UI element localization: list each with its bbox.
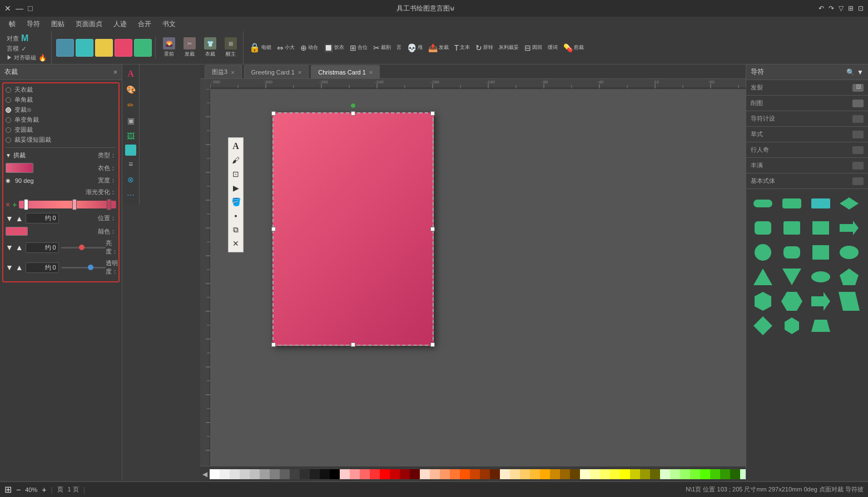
- shape-ellipse[interactable]: [837, 242, 861, 262]
- ft-fill[interactable]: 🖌: [229, 153, 242, 167]
- extra-btn1[interactable]: ▽: [839, 4, 844, 12]
- palette-color-13[interactable]: [340, 469, 350, 479]
- gradient-stop-1[interactable]: [24, 199, 28, 210]
- gradient-bar[interactable]: [19, 201, 116, 208]
- shape-ellipse2[interactable]: [809, 267, 833, 287]
- palette-color-9[interactable]: [300, 469, 310, 479]
- toolbar-text[interactable]: T文本: [452, 42, 473, 53]
- remove-stop-btn[interactable]: ×: [6, 200, 10, 209]
- handle-tc[interactable]: [351, 111, 355, 116]
- transparency-up[interactable]: ▲: [16, 263, 23, 272]
- toolbar-cut[interactable]: ✂裁割: [371, 42, 393, 53]
- palette-color-28[interactable]: [490, 469, 500, 479]
- ft-pointer[interactable]: ▶: [229, 181, 242, 195]
- handle-tl[interactable]: [271, 111, 276, 116]
- palette-color-44[interactable]: [650, 469, 660, 479]
- right-scroll[interactable]: 发裂 🖼 削图 导符计设 草式 行人奇: [746, 80, 868, 480]
- toolbar-history[interactable]: ⊟因回: [522, 42, 544, 53]
- section-basic-title[interactable]: 基本式体: [748, 176, 866, 186]
- toolbar-btn-facai[interactable]: ✂ 发裁: [180, 36, 200, 59]
- toolbar-size[interactable]: ⇔小大: [275, 42, 297, 53]
- side-tool-paint[interactable]: 🎨: [123, 82, 138, 97]
- shape-square-outline[interactable]: [809, 218, 833, 238]
- transparency-down[interactable]: ▼: [6, 263, 13, 272]
- palette-color-50[interactable]: [710, 469, 720, 479]
- shape-arrow-shape[interactable]: [809, 291, 833, 311]
- brightness-thumb[interactable]: [79, 245, 85, 250]
- angle-dropdown[interactable]: ◉ 90 deg: [6, 177, 36, 185]
- palette-color-14[interactable]: [350, 469, 360, 479]
- shape-hexagon[interactable]: [751, 291, 775, 311]
- palette-color-22[interactable]: [430, 469, 440, 479]
- ft-copy[interactable]: ⧉: [229, 223, 242, 236]
- toolbar-slow[interactable]: 缓词: [545, 43, 560, 52]
- ft-text[interactable]: A: [229, 140, 242, 153]
- undo-btn[interactable]: ↶: [819, 4, 824, 12]
- palette-color-35[interactable]: [560, 469, 570, 479]
- palette-color-52[interactable]: [730, 469, 740, 479]
- transparency-slider[interactable]: [61, 267, 106, 269]
- palette-color-24[interactable]: [450, 469, 460, 479]
- shape-diamond-small[interactable]: [837, 193, 861, 213]
- position-down[interactable]: ▼: [6, 214, 13, 223]
- redo-btn[interactable]: ↷: [829, 4, 834, 12]
- shape-square-solid[interactable]: [809, 242, 833, 262]
- gradient-stop-3[interactable]: [107, 199, 111, 210]
- status-zoom-out[interactable]: −: [16, 485, 21, 494]
- radio-mesh[interactable]: 裁妥缓短圆裁: [6, 136, 116, 144]
- radio-radial[interactable]: 变裁⊙: [6, 106, 116, 114]
- radio-linear[interactable]: 单角裁: [6, 96, 116, 104]
- palette-color-38[interactable]: [590, 469, 600, 479]
- shape-diamond4[interactable]: [780, 316, 804, 336]
- palette-color-40[interactable]: [610, 469, 620, 479]
- shape-rounded-sq[interactable]: [751, 218, 775, 238]
- palette-color-45[interactable]: [660, 469, 670, 479]
- palette-color-16[interactable]: [370, 469, 380, 479]
- minimize-btn[interactable]: —: [16, 4, 23, 13]
- palette-color-0[interactable]: [210, 469, 220, 479]
- section-figure-title[interactable]: 削图: [748, 98, 866, 108]
- color-swatch-green[interactable]: [134, 39, 152, 57]
- ft-close[interactable]: ✕: [229, 237, 242, 250]
- palette-color-31[interactable]: [520, 469, 530, 479]
- maximize-btn[interactable]: □: [28, 4, 32, 13]
- palette-color-34[interactable]: [550, 469, 560, 479]
- palette-color-41[interactable]: [620, 469, 630, 479]
- menu-item-text[interactable]: 书文: [158, 18, 180, 30]
- toolbar-align2[interactable]: 灰利裁妥: [497, 43, 521, 52]
- side-tool-more[interactable]: ⋯: [123, 188, 138, 202]
- palette-color-26[interactable]: [470, 469, 480, 479]
- toolbar-rotate[interactable]: ↻辞转: [473, 42, 495, 53]
- tab-0[interactable]: 图益3 ×: [205, 65, 242, 78]
- palette-color-23[interactable]: [440, 469, 450, 479]
- palette-color-11[interactable]: [320, 469, 330, 479]
- palette-color-30[interactable]: [510, 469, 520, 479]
- palette-color-2[interactable]: [230, 469, 240, 479]
- brightness-down[interactable]: ▼: [6, 243, 13, 252]
- side-tool-frame[interactable]: ▣: [123, 113, 138, 128]
- palette-color-48[interactable]: [690, 469, 700, 479]
- search-icon[interactable]: 🔍: [846, 68, 855, 76]
- shape-parallelogram[interactable]: [837, 291, 861, 311]
- palette-color-36[interactable]: [570, 469, 580, 479]
- palette-color-12[interactable]: [330, 469, 340, 479]
- add-stop-btn[interactable]: +: [12, 200, 17, 209]
- palette-color-33[interactable]: [540, 469, 550, 479]
- toolbar-skull[interactable]: 💀颅: [405, 42, 425, 53]
- side-tool-list[interactable]: ≡: [123, 157, 138, 171]
- shape-hexagon2[interactable]: [780, 291, 804, 311]
- toolbar-combine[interactable]: ⊕动合: [298, 42, 320, 53]
- fill-color-preview[interactable]: [6, 163, 33, 173]
- side-tool-pen[interactable]: ✏: [123, 98, 138, 112]
- toolbar-word[interactable]: 言: [394, 43, 404, 52]
- palette-color-47[interactable]: [680, 469, 690, 479]
- shape-diamond3[interactable]: [751, 316, 775, 336]
- extra-btn3[interactable]: ⊡: [858, 4, 864, 12]
- palette-scroll-left[interactable]: ◀: [200, 470, 210, 478]
- palette-color-29[interactable]: [500, 469, 510, 479]
- side-tool-gradient[interactable]: ⊗: [123, 172, 138, 187]
- tab-2-close[interactable]: ×: [369, 69, 373, 76]
- shape-triangle[interactable]: [751, 267, 775, 287]
- palette-color-15[interactable]: [360, 469, 370, 479]
- brightness-slider[interactable]: [61, 247, 106, 248]
